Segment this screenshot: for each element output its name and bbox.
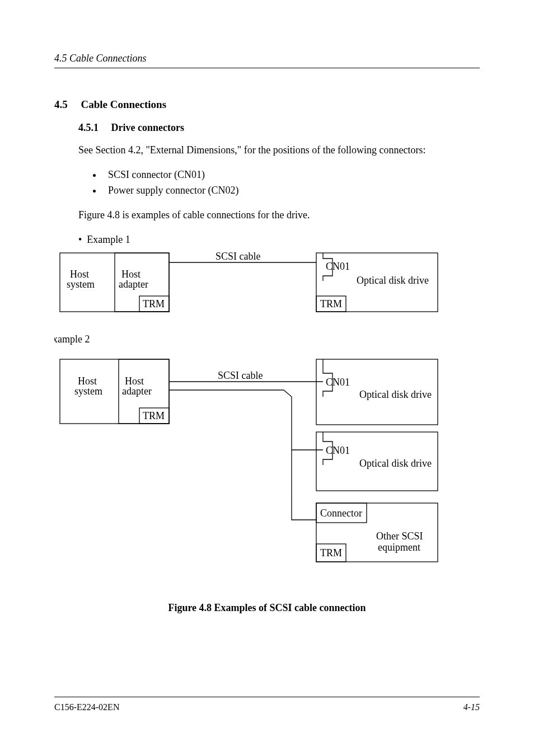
label-trm-2: TRM xyxy=(320,298,342,309)
label-host-adapter-b: Host xyxy=(125,375,144,387)
label-host-adapter-b2: adapter xyxy=(122,386,152,397)
label-optical-2: Optical disk drive xyxy=(359,389,432,400)
label-other-scsi-1: Other SCSI xyxy=(376,530,423,542)
label-host-adapter2: adapter xyxy=(119,279,148,290)
footer-left: C156-E224-02EN xyxy=(54,702,119,712)
section-number: 4.5 xyxy=(54,98,68,110)
footer-right: 4-15 xyxy=(463,702,480,712)
subsection-number: 4.5.1 xyxy=(78,122,99,133)
list-item: Power supply connector (CN02) xyxy=(102,183,480,198)
header-rule xyxy=(54,68,480,68)
paragraph-1: See Section 4.2, "External Dimensions," … xyxy=(78,143,480,157)
bullet-list: SCSI connector (CN01) Power supply conne… xyxy=(54,167,480,198)
label-host-system2: system xyxy=(67,279,95,290)
label-scsi-cable-1: SCSI cable xyxy=(216,251,261,262)
example1-label: • Example 1 xyxy=(78,232,480,247)
label-trm-3: TRM xyxy=(143,410,165,421)
subsection-heading: Drive connectors xyxy=(111,122,184,133)
label-cn01-3: CN01 xyxy=(326,445,350,456)
label-host-system-b: Host xyxy=(78,375,97,387)
content-area: 4.5 Cable Connections 4.5.1 Drive connec… xyxy=(54,97,480,615)
list-item: SCSI connector (CN01) xyxy=(102,167,480,182)
label-example2: Example 2 xyxy=(54,334,90,345)
label-optical-3: Optical disk drive xyxy=(359,458,432,469)
label-host-system-b2: system xyxy=(74,386,102,397)
label-other-scsi-2: equipment xyxy=(378,542,420,553)
label-host-system: Host xyxy=(70,269,89,280)
section-heading: Cable Connections xyxy=(81,98,167,110)
label-cn01-2: CN01 xyxy=(326,377,350,388)
label-scsi-cable-2: SCSI cable xyxy=(218,370,263,381)
example1-text: Example 1 xyxy=(87,234,130,245)
footer-rule xyxy=(54,697,480,697)
bullet-1: SCSI connector (CN01) xyxy=(108,169,205,180)
label-trm-4: TRM xyxy=(320,547,342,558)
section-title: 4.5 Cable Connections xyxy=(54,97,480,112)
label-cn01-1: CN01 xyxy=(326,261,350,272)
subsection-title: 4.5.1 Drive connectors xyxy=(78,120,480,135)
label-trm-1: TRM xyxy=(143,298,165,309)
paragraph-2: Figure 4.8 is examples of cable connecti… xyxy=(78,208,480,222)
scsi-diagram: Host system Host adapter TRM SCSI cable … xyxy=(54,251,480,581)
page: 4.5 Cable Connections 4.5 Cable Connecti… xyxy=(0,0,534,756)
label-optical-1: Optical disk drive xyxy=(357,275,429,286)
label-host-adapter: Host xyxy=(121,269,140,280)
bullet-2: Power supply connector (CN02) xyxy=(108,185,238,196)
running-header: 4.5 Cable Connections xyxy=(54,53,147,64)
label-connector: Connector xyxy=(320,508,362,519)
diagram-area: Host system Host adapter TRM SCSI cable … xyxy=(54,251,480,581)
figure-caption: Figure 4.8 Examples of SCSI cable connec… xyxy=(54,600,480,615)
